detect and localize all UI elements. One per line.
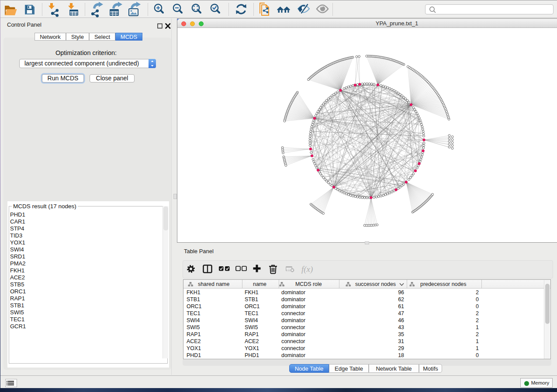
svg-text:f(x): f(x) (301, 265, 313, 274)
